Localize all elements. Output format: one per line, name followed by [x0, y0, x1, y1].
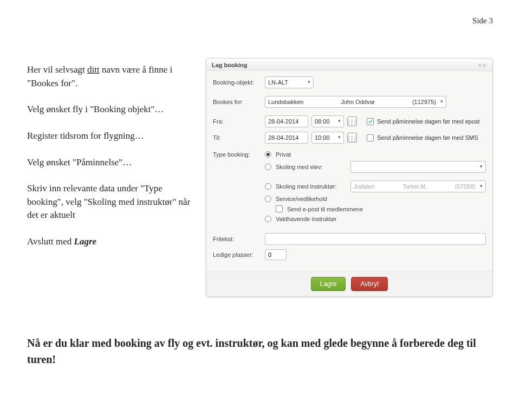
skoling-instr-select[interactable]: Jodalen Torkel M. (57058) [350, 180, 486, 192]
text-fragment: Her vil selvsagt [27, 64, 87, 75]
radio-vakthavende[interactable] [265, 216, 271, 222]
reminder-email-label: Send påminnelse dagen før med epost [377, 118, 480, 125]
label-vakthavende: Vakthavende instruktør [276, 216, 346, 222]
closing-paragraph: Nå er du klar med booking av fly og evt.… [27, 335, 493, 367]
calendar-icon[interactable] [347, 117, 357, 126]
underlined-text: ditt [87, 64, 100, 75]
radio-service[interactable] [265, 196, 271, 202]
instructions-column: Her vil selvsagt ditt navn være å finne … [27, 58, 195, 262]
ledige-plasser-input[interactable] [265, 249, 287, 260]
booking-objekt-value: LN-ALT [268, 79, 288, 86]
label-send-medlem: Send e-post til medlemmene [287, 206, 363, 212]
instruction-6: Avslutt med Lagre [27, 235, 195, 249]
til-time-value: 10:00 [315, 134, 330, 141]
calendar-icon[interactable] [347, 133, 357, 143]
emphasized-text: Lagre [74, 236, 97, 247]
bookes-for-firstname: John Oddvar [341, 99, 375, 105]
fra-time-value: 08:00 [315, 118, 330, 125]
bookes-for-lastname: Lundsbakken [268, 99, 303, 105]
label-type-booking: Type booking: [213, 151, 262, 158]
dialog-titlebar: Lag booking ≡≡ [206, 59, 492, 71]
label-skoling-instr: Skoling med instruktør: [276, 183, 346, 190]
instruction-2: Velg ønsket fly i "Booking objekt"… [27, 103, 195, 117]
fritekst-input[interactable] [265, 233, 486, 245]
reminder-email-checkbox[interactable]: ✔ [367, 118, 374, 125]
skoling-elev-select[interactable] [350, 161, 486, 173]
dialog-title-text: Lag booking [212, 62, 247, 68]
label-service: Service/vedlikehold [276, 196, 346, 202]
reminder-sms-label: Send påminnelse dagen før med SMS [377, 134, 478, 141]
avbryt-button[interactable]: Avbryt [351, 277, 388, 291]
til-time-select[interactable]: 10:00 [311, 132, 344, 144]
label-til: Til: [213, 134, 262, 141]
label-fritekst: Fritekst: [213, 236, 262, 242]
fra-time-select[interactable]: 08:00 [311, 115, 344, 127]
instr-id: (57058) [455, 183, 476, 190]
label-booking-objekt: Booking-objekt: [213, 79, 262, 86]
booking-dialog: Lag booking ≡≡ Booking-objekt: LN-ALT Bo… [206, 58, 493, 297]
instruction-1: Her vil selvsagt ditt navn være å finne … [27, 63, 195, 90]
label-bookes-for: Bookes for: [213, 99, 262, 105]
label-fra: Fra: [213, 118, 262, 125]
radio-privat[interactable] [265, 151, 271, 158]
reminder-sms-checkbox[interactable] [367, 134, 374, 141]
instr-firstname: Torkel M. [403, 183, 427, 190]
radio-skoling-elev[interactable] [265, 164, 271, 170]
radio-skoling-instr[interactable] [265, 183, 271, 190]
instruction-3: Register tidsrom for flygning… [27, 130, 195, 143]
booking-objekt-select[interactable]: LN-ALT [265, 76, 314, 88]
bookes-for-select[interactable]: Lundsbakken John Oddvar (112975) [265, 96, 446, 108]
bookes-for-id: (112975) [412, 99, 436, 105]
label-ledige-plasser: Ledige plasser: [213, 251, 262, 258]
instruction-4: Velg ønsket "Påminnelse"… [27, 156, 195, 170]
til-date-input[interactable]: 28-04-2014 [265, 132, 308, 144]
closing-text: Nå er du klar med booking av fly og evt.… [27, 337, 476, 365]
instruction-5: Skriv inn relevante data under "Type boo… [27, 182, 195, 222]
text-fragment: Avslutt med [27, 236, 74, 247]
page-number: Side 3 [27, 16, 493, 25]
label-privat: Privat [276, 151, 346, 158]
instr-lastname: Jodalen [354, 183, 375, 190]
grip-icon: ≡≡ [478, 62, 487, 68]
label-skoling-elev: Skoling med elev: [276, 164, 346, 170]
fra-date-input[interactable]: 28-04-2014 [265, 115, 308, 127]
lagre-button[interactable]: Lagre [311, 277, 346, 291]
send-email-checkbox[interactable] [276, 205, 283, 212]
